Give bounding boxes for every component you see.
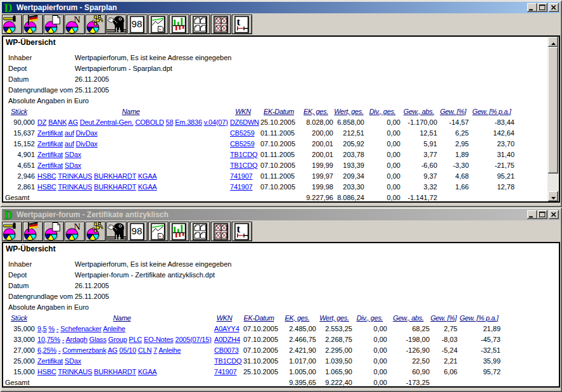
link-word[interactable]: 9,5: [37, 325, 47, 332]
cell-wkn[interactable]: 741907: [209, 366, 239, 377]
link-word[interactable]: 741907: [214, 368, 237, 376]
portfolio-germany-button[interactable]: [23, 15, 43, 34]
cell-name[interactable]: Zertifikat SDax: [35, 149, 227, 160]
security-link[interactable]: Zertifikat SDax: [37, 357, 81, 365]
link-word[interactable]: Zertifikat: [37, 151, 63, 158]
titlebar[interactable]: DWertpapierforum - Sparplan: [2, 2, 560, 13]
link-word[interactable]: Zertifikat: [37, 357, 63, 365]
security-link[interactable]: DZ6DWN: [230, 118, 259, 126]
link-word[interactable]: A0AYY4: [214, 325, 239, 332]
link-word[interactable]: v.04(07): [204, 118, 228, 126]
time-axis-button[interactable]: t: [232, 222, 252, 241]
cell-name[interactable]: 10,75% - Ardagh Glass Group PLC EO-Notes…: [35, 334, 209, 345]
link-word[interactable]: Zertifikat: [37, 129, 63, 137]
cell-name[interactable]: HSBC TRINKAUS BURKHARDT KGAA: [35, 170, 227, 181]
link-word[interactable]: KGAA: [138, 183, 157, 191]
link-word[interactable]: KGAA: [138, 172, 157, 180]
cell-wkn[interactable]: TB1CDQ: [227, 160, 259, 170]
close-button[interactable]: [549, 3, 559, 12]
link-word[interactable]: TRINKAUS: [58, 368, 92, 376]
link-word[interactable]: TB1CDQ: [230, 151, 257, 158]
maximize-button[interactable]: [537, 210, 547, 219]
documents-button[interactable]: [190, 222, 210, 241]
security-link[interactable]: A0DZH4: [214, 336, 240, 343]
link-word[interactable]: BURKHARDT: [94, 183, 136, 191]
chart-report-button[interactable]: [148, 15, 169, 34]
cell-wkn[interactable]: CB5259: [227, 138, 259, 149]
security-link[interactable]: HSBC TRINKAUS BURKHARDT KGAA: [37, 183, 156, 191]
cell-name[interactable]: DZ BANK AG Deut.Zentral-Gen. COBOLD 58 E…: [35, 117, 227, 127]
portfolio-n-button[interactable]: N: [65, 222, 85, 241]
link-word[interactable]: TRINKAUS: [58, 183, 92, 191]
link-word[interactable]: SDax: [65, 151, 81, 158]
security-link[interactable]: Zertifikat SDax: [37, 161, 81, 169]
cell-name[interactable]: 9,5 % - Schefenacker Anleihe: [35, 323, 209, 334]
link-word[interactable]: DZ: [37, 118, 46, 126]
cell-wkn[interactable]: CB0073: [209, 345, 239, 355]
security-link[interactable]: TB1CDQ: [230, 151, 257, 158]
security-link[interactable]: 741907: [230, 183, 253, 191]
link-word[interactable]: HSBC: [37, 368, 56, 376]
link-word[interactable]: Em.3836: [175, 118, 202, 126]
security-link[interactable]: A0AYY4: [214, 325, 239, 332]
link-word[interactable]: CLN: [138, 346, 151, 354]
link-word[interactable]: Group: [108, 336, 127, 343]
link-word[interactable]: 05/10: [119, 346, 136, 354]
minimize-button[interactable]: [527, 210, 537, 219]
bar-chart-button[interactable]: [169, 222, 189, 241]
cell-name[interactable]: 6,25% - Commerzbank AG 05/10 CLN 7 Anlei…: [35, 345, 209, 355]
link-word[interactable]: 741907: [230, 172, 253, 180]
link-word[interactable]: COBOLD: [135, 118, 163, 126]
portfolio-germany-button[interactable]: [23, 222, 43, 241]
link-word[interactable]: auf: [65, 140, 74, 148]
security-link[interactable]: Zertifikat SDax: [37, 151, 81, 158]
cell-wkn[interactable]: A0DZH4: [209, 334, 239, 345]
link-word[interactable]: DZ6DWN: [230, 118, 259, 126]
link-word[interactable]: Zertifikat: [37, 140, 63, 148]
close-button[interactable]: [549, 210, 559, 219]
security-link[interactable]: 9,5 % - Schefenacker Anleihe: [37, 325, 125, 332]
cell-wkn[interactable]: 741907: [227, 181, 259, 192]
link-word[interactable]: CB5259: [230, 129, 255, 137]
link-word[interactable]: HSBC: [37, 172, 56, 180]
portfolio-hammer-button[interactable]: [2, 15, 22, 34]
portfolio-structure-button[interactable]: [86, 15, 106, 34]
scroll-down-button[interactable]: [548, 191, 558, 201]
scroll-up-button[interactable]: [548, 37, 558, 47]
cell-wkn[interactable]: CB5259: [227, 127, 259, 138]
cell-name[interactable]: Zertifikat SDax: [35, 160, 227, 170]
delete-documents-button[interactable]: [211, 222, 231, 241]
link-word[interactable]: HSBC: [37, 183, 56, 191]
cell-name[interactable]: Zertifikat SDax: [35, 355, 209, 366]
link-word[interactable]: KGAA: [138, 368, 157, 376]
security-link[interactable]: DZ BANK AG Deut.Zentral-Gen. COBOLD 58 E…: [37, 118, 228, 126]
cell-name[interactable]: HSBC TRINKAUS BURKHARDT KGAA: [35, 366, 209, 377]
portfolio-structure-button[interactable]: [86, 222, 106, 241]
documents-button[interactable]: [190, 15, 210, 34]
link-word[interactable]: TRINKAUS: [58, 172, 92, 180]
link-word[interactable]: 58: [166, 118, 174, 126]
time-axis-button[interactable]: t: [232, 15, 252, 34]
portfolio-report-button[interactable]: [44, 222, 64, 241]
link-word[interactable]: AG: [108, 346, 118, 354]
cell-wkn[interactable]: A0AYY4: [209, 323, 239, 334]
link-word[interactable]: -: [58, 346, 60, 354]
cell-name[interactable]: HSBC TRINKAUS BURKHARDT KGAA: [35, 181, 227, 192]
bear-market-button[interactable]: [106, 15, 127, 34]
link-word[interactable]: BANK: [48, 118, 67, 126]
security-link[interactable]: Zertifikat auf DivDax: [37, 140, 98, 148]
link-word[interactable]: PLC: [129, 336, 142, 343]
link-word[interactable]: Deut.Zentral-Gen.: [80, 118, 134, 126]
portfolio-n-button[interactable]: N: [65, 15, 85, 34]
link-word[interactable]: BURKHARDT: [94, 172, 136, 180]
bear-market-button[interactable]: [106, 222, 127, 241]
link-word[interactable]: 10,75%: [37, 336, 60, 343]
delete-documents-button[interactable]: [211, 15, 231, 34]
link-word[interactable]: %: [49, 325, 55, 332]
link-word[interactable]: CB0073: [214, 346, 239, 354]
link-word[interactable]: -: [62, 336, 64, 343]
cell-wkn[interactable]: DZ6DWN: [227, 117, 259, 127]
portfolio-hammer-button[interactable]: [2, 222, 22, 241]
link-word[interactable]: TB1CDQ: [214, 357, 241, 365]
link-word[interactable]: EO-Notes: [144, 336, 174, 343]
